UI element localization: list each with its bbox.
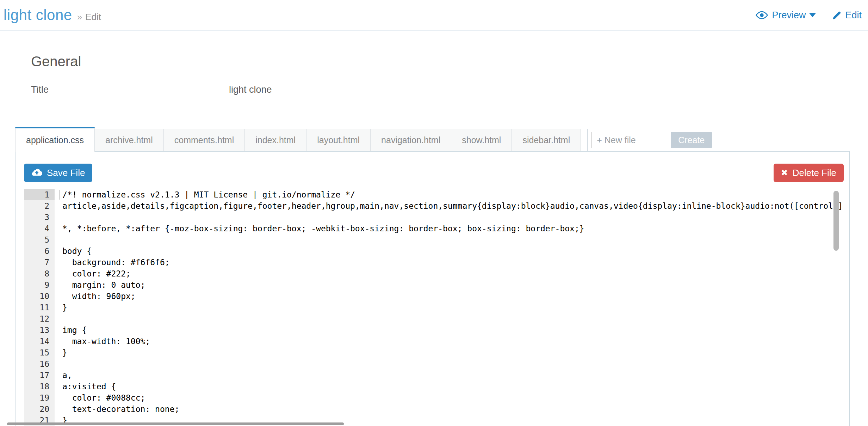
code-text[interactable]: color: #222;: [55, 268, 131, 279]
code-line-row: 13 img {: [24, 324, 844, 336]
code-editor[interactable]: 1 /*! normalize.css v2.1.3 | MIT License…: [24, 189, 844, 426]
code-line-row: 5: [24, 234, 844, 245]
vertical-scrollbar[interactable]: [833, 191, 839, 251]
file-tab[interactable]: layout.html: [306, 129, 371, 151]
code-line-row: 18 a:visited {: [24, 381, 844, 392]
code-line-row: 9 margin: 0 auto;: [24, 279, 844, 291]
code-text[interactable]: text-decoration: none;: [55, 403, 179, 415]
code-line-row: 6 body {: [24, 245, 844, 257]
code-line-row: 14 max-width: 100%;: [24, 336, 844, 347]
line-number: 5: [24, 234, 55, 245]
breadcrumb-current: Edit: [85, 12, 101, 23]
breadcrumb: light clone » Edit: [4, 7, 101, 24]
editor-panel: Save File ✖ Delete File 1 /*! normalize.…: [15, 152, 850, 426]
preview-link[interactable]: Preview: [755, 10, 816, 21]
edit-link[interactable]: Edit: [832, 10, 862, 21]
code-line-row: 3: [24, 212, 844, 223]
code-line-row: 1 /*! normalize.css v2.1.3 | MIT License…: [24, 189, 844, 200]
line-number: 9: [24, 279, 55, 291]
code-line-row: 11 }: [24, 302, 844, 313]
code-text[interactable]: body {: [55, 245, 92, 257]
file-tab[interactable]: index.html: [245, 129, 306, 151]
code-text[interactable]: article,aside,details,figcaption,figure,…: [55, 200, 844, 212]
code-line-row: 4 *, *:before, *:after {-moz-box-sizing:…: [24, 223, 844, 234]
file-tab-label: application.css: [26, 135, 84, 145]
code-line-row: 7 background: #f6f6f6;: [24, 257, 844, 268]
code-line-row: 10 width: 960px;: [24, 291, 844, 302]
line-number: 1: [24, 189, 55, 200]
save-file-button[interactable]: Save File: [24, 164, 92, 182]
page-title: light clone: [4, 7, 72, 24]
code-text[interactable]: /*! normalize.css v2.1.3 | MIT License |…: [55, 189, 355, 200]
file-tab[interactable]: navigation.html: [371, 129, 451, 151]
code-text[interactable]: [55, 358, 62, 370]
file-tab-label: navigation.html: [381, 135, 440, 145]
line-number: 20: [24, 403, 55, 415]
file-tab[interactable]: comments.html: [164, 129, 245, 151]
code-text[interactable]: [55, 212, 62, 223]
line-number: 15: [24, 347, 55, 358]
file-tab[interactable]: application.css: [15, 127, 95, 152]
edit-link-label: Edit: [845, 10, 862, 21]
new-file-input[interactable]: [591, 132, 671, 148]
file-tab[interactable]: sidebar.html: [512, 129, 581, 151]
new-file-tab: Create: [587, 129, 716, 151]
line-number: 7: [24, 257, 55, 268]
title-label: Title: [31, 84, 229, 95]
delete-file-label: Delete File: [793, 168, 836, 178]
line-number: 4: [24, 223, 55, 234]
line-number: 3: [24, 212, 55, 223]
file-tab-label: show.html: [462, 135, 501, 145]
code-text[interactable]: background: #f6f6f6;: [55, 257, 170, 268]
line-number: 17: [24, 370, 55, 381]
code-text[interactable]: a:visited {: [55, 381, 116, 392]
file-tab-label: sidebar.html: [522, 135, 570, 145]
code-text[interactable]: [55, 234, 62, 245]
editor-toolbar: Save File ✖ Delete File: [24, 164, 844, 182]
file-tab-label: layout.html: [317, 135, 360, 145]
code-text[interactable]: margin: 0 auto;: [55, 279, 145, 291]
breadcrumb-trail: » Edit: [77, 12, 101, 23]
code-text[interactable]: }: [55, 347, 67, 358]
line-number: 2: [24, 200, 55, 212]
text-cursor: [60, 190, 60, 200]
code-text[interactable]: color: #0088cc;: [55, 392, 145, 403]
horizontal-scrollbar[interactable]: [7, 422, 344, 425]
code-line-row: 8 color: #222;: [24, 268, 844, 279]
line-number: 13: [24, 324, 55, 336]
file-tab[interactable]: show.html: [451, 129, 512, 151]
save-file-label: Save File: [47, 168, 85, 178]
line-number: 18: [24, 381, 55, 392]
create-file-button[interactable]: Create: [671, 132, 712, 148]
page-header: light clone » Edit Preview: [0, 0, 868, 31]
general-section: General Title light clone: [31, 54, 868, 95]
title-value: light clone: [229, 84, 272, 95]
file-tabs: application.css archive.html comments.ht…: [15, 127, 850, 152]
pencil-icon: [832, 11, 842, 20]
line-number: 8: [24, 268, 55, 279]
code-text[interactable]: max-width: 100%;: [55, 336, 150, 347]
title-row: Title light clone: [31, 84, 868, 95]
code-text[interactable]: }: [55, 302, 67, 313]
delete-file-button[interactable]: ✖ Delete File: [774, 164, 844, 182]
line-number: 16: [24, 358, 55, 370]
line-number: 10: [24, 291, 55, 302]
code-text[interactable]: width: 960px;: [55, 291, 136, 302]
breadcrumb-separator: »: [77, 12, 82, 23]
code-text[interactable]: *, *:before, *:after {-moz-box-sizing: b…: [55, 223, 584, 234]
caret-down-icon: [809, 13, 816, 17]
x-icon: ✖: [781, 169, 788, 177]
code-line-row: 2 article,aside,details,figcaption,figur…: [24, 200, 844, 212]
code-text[interactable]: [55, 313, 62, 324]
code-text[interactable]: a,: [55, 370, 72, 381]
eye-icon: [755, 11, 768, 20]
cloud-upload-icon: [31, 168, 42, 178]
file-tab[interactable]: archive.html: [95, 129, 164, 151]
line-number: 14: [24, 336, 55, 347]
code-text[interactable]: img {: [55, 324, 87, 336]
line-number: 12: [24, 313, 55, 324]
header-actions: Preview Edit: [755, 10, 862, 21]
preview-link-label: Preview: [772, 10, 806, 21]
code-line-row: 17 a,: [24, 370, 844, 381]
code-line-row: 15 }: [24, 347, 844, 358]
